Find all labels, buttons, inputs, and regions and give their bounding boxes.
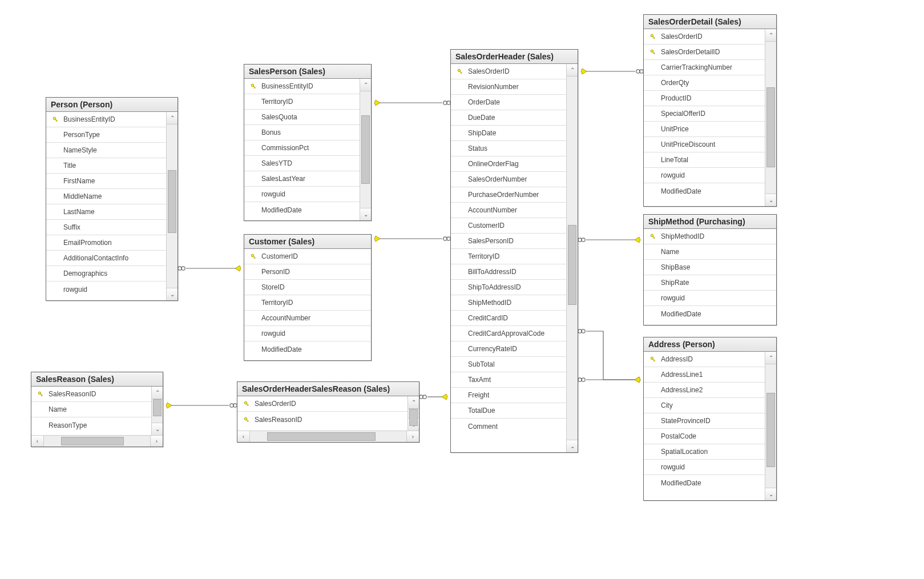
column-row[interactable]: BusinessEntityID [46,112,166,127]
column-row[interactable]: SalesOrderID [451,64,566,79]
column-row[interactable]: SalesReasonID [237,412,407,427]
column-row[interactable]: Status [451,141,566,156]
scroll-up-button[interactable]: ⌃ [765,352,776,364]
column-row[interactable]: rowguid [244,326,371,341]
scroll-thumb[interactable] [409,409,418,426]
scroll-right-button[interactable]: › [150,436,163,447]
scroll-up-button[interactable]: ⌃ [567,64,578,77]
column-row[interactable]: NameStyle [46,143,166,158]
scroll-track[interactable] [152,399,163,423]
scroll-down-button[interactable]: ⌄ [567,440,578,452]
hscroll-track[interactable] [250,431,406,442]
column-row[interactable]: SalesOrderID [644,29,765,45]
column-row[interactable]: MiddleName [46,189,166,204]
column-row[interactable]: Comment [451,419,566,434]
column-row[interactable]: SalesLastYear [244,171,360,187]
column-row[interactable]: PostalCode [644,429,765,444]
column-row[interactable]: Bonus [244,125,360,140]
scroll-track[interactable] [167,124,177,288]
vertical-scrollbar[interactable]: ⌃⌄ [151,387,163,435]
horizontal-scrollbar[interactable]: ‹› [31,435,163,447]
scroll-down-button[interactable]: ⌄ [765,194,776,206]
column-row[interactable]: SalesQuota [244,110,360,125]
scroll-left-button[interactable]: ‹ [237,431,250,442]
column-row[interactable]: OrderQty [644,75,765,91]
column-row[interactable]: CreditCardApprovalCode [451,326,566,341]
column-row[interactable]: CustomerID [451,218,566,234]
vertical-scrollbar[interactable]: ⌃⌄ [360,79,371,220]
column-row[interactable]: Freight [451,388,566,403]
column-row[interactable]: DueDate [451,110,566,126]
column-row[interactable]: UnitPrice [644,122,765,137]
column-row[interactable]: LineTotal [644,152,765,168]
scroll-up-button[interactable]: ⌃ [167,112,177,124]
column-row[interactable]: StateProvinceID [644,413,765,429]
vertical-scrollbar[interactable]: ⌃⌄ [566,64,578,452]
column-row[interactable]: City [644,398,765,413]
column-row[interactable]: SpecialOfferID [644,106,765,122]
column-row[interactable]: SalesPersonID [451,234,566,249]
table-header[interactable]: Address (Person) [644,337,776,352]
vertical-scrollbar[interactable]: ⌃⌄ [166,112,177,300]
column-row[interactable]: UnitPriceDiscount [644,137,765,152]
scroll-thumb[interactable] [568,225,576,305]
column-row[interactable]: StoreID [244,280,371,295]
column-row[interactable]: LastName [46,204,166,220]
scroll-down-button[interactable]: ⌄ [152,423,163,435]
table-header[interactable]: SalesPerson (Sales) [244,65,371,79]
scroll-up-button[interactable]: ⌃ [765,29,776,42]
column-row[interactable]: TerritoryID [244,94,360,110]
scroll-track[interactable] [765,42,776,194]
column-row[interactable]: SalesOrderNumber [451,172,566,187]
table-salesreason[interactable]: SalesReason (Sales)SalesReasonIDNameReas… [31,372,163,447]
column-row[interactable]: Name [31,402,151,417]
column-row[interactable]: rowguid [644,460,765,475]
column-row[interactable]: AddressID [644,352,765,367]
table-header[interactable]: Person (Person) [46,98,177,112]
scroll-down-button[interactable]: ⌄ [167,288,177,300]
hscroll-thumb[interactable] [267,432,376,441]
column-row[interactable]: SubTotal [451,357,566,372]
scroll-down-button[interactable]: ⌄ [360,208,371,220]
column-row[interactable]: CommissionPct [244,140,360,156]
table-customer[interactable]: Customer (Sales)CustomerIDPersonIDStoreI… [244,234,372,361]
column-row[interactable]: CurrencyRateID [451,341,566,357]
column-row[interactable]: rowguid [644,168,765,183]
column-row[interactable]: Demographics [46,266,166,282]
scroll-track[interactable] [765,364,776,488]
column-row[interactable]: BusinessEntityID [244,79,360,94]
column-row[interactable]: OrderDate [451,95,566,110]
column-row[interactable]: ShipToAddressID [451,280,566,295]
column-row[interactable]: SalesYTD [244,156,360,171]
column-row[interactable]: ModifiedDate [244,202,360,218]
column-row[interactable]: TotalDue [451,403,566,419]
column-row[interactable]: rowguid [244,187,360,202]
table-header[interactable]: ShipMethod (Purchasing) [644,215,776,229]
column-row[interactable]: ShipMethodID [644,229,776,244]
column-row[interactable]: CreditCardID [451,311,566,326]
column-row[interactable]: Title [46,158,166,174]
table-header[interactable]: SalesReason (Sales) [31,372,163,387]
scroll-right-button[interactable]: › [406,431,419,442]
column-row[interactable]: AddressLine1 [644,367,765,383]
column-row[interactable]: FirstName [46,174,166,189]
table-salesperson[interactable]: SalesPerson (Sales)BusinessEntityIDTerri… [244,64,372,221]
column-row[interactable]: ModifiedDate [244,341,371,357]
scroll-thumb[interactable] [766,393,775,467]
scroll-down-button[interactable]: ⌄ [765,488,776,500]
table-header[interactable]: Customer (Sales) [244,235,371,249]
scroll-thumb[interactable] [153,399,162,416]
scroll-thumb[interactable] [766,87,775,167]
table-soh[interactable]: SalesOrderHeader (Sales)SalesOrderIDRevi… [450,49,578,453]
table-sohsr[interactable]: SalesOrderHeaderSalesReason (Sales)Sales… [237,381,419,443]
table-header[interactable]: SalesOrderHeader (Sales) [451,50,578,64]
column-row[interactable]: CarrierTrackingNumber [644,60,765,75]
column-row[interactable]: AccountNumber [451,203,566,218]
column-row[interactable]: ProductID [644,91,765,106]
column-row[interactable]: Name [644,244,776,260]
column-row[interactable]: ShipMethodID [451,295,566,311]
column-row[interactable]: AccountNumber [244,311,371,326]
table-person[interactable]: Person (Person)BusinessEntityIDPersonTyp… [46,97,178,301]
column-row[interactable]: PersonType [46,127,166,143]
vertical-scrollbar[interactable]: ⌃⌄ [765,29,776,206]
